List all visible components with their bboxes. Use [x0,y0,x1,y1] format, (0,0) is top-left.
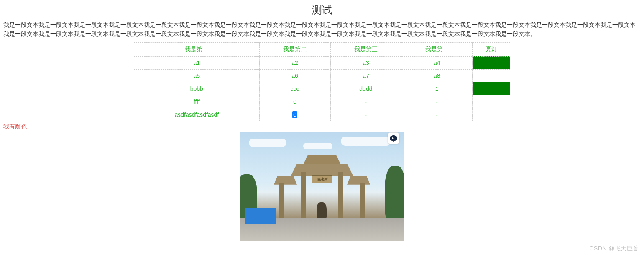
light-cell [473,82,510,95]
table-row: asdfasdfasdfasdf0-- [134,108,510,121]
table-row: bbbbcccdddd1 [134,82,510,95]
th-2: 我是第二 [259,42,330,56]
light-cell [473,69,510,82]
table-cell: bbbb [134,82,260,95]
statue [317,202,327,218]
table-row: a1a2a3a4 [134,56,510,69]
th-5: 亮灯 [473,42,510,56]
cloud [341,137,391,146]
photo-archway: 伯建新 [240,132,404,241]
roof [303,155,341,165]
table-cell: a2 [259,56,330,69]
table-cell: 1 [401,82,473,95]
colored-text: 我有颜色 [0,121,644,132]
roof [274,176,297,185]
pillar [279,183,284,218]
table-cell: a7 [330,69,401,82]
table-cell: a4 [401,56,473,69]
pillar [360,183,365,218]
cloud [303,143,332,149]
table-cell: a6 [259,69,330,82]
hexagon-play-icon [390,135,397,142]
blue-board [245,208,276,224]
image-container: 伯建新 [0,132,644,241]
light-cell [473,95,510,108]
table-body: a1a2a3a4a5a6a7a8bbbbcccdddd1ffff0--asdfa… [134,56,510,121]
table-cell: ccc [259,82,330,95]
page-title: 测试 [0,0,644,18]
table-row: a5a6a7a8 [134,69,510,82]
table-cell: 0 [259,108,330,121]
table-row: ffff0-- [134,95,510,108]
table-cell: a3 [330,56,401,69]
table-cell: ffff [134,95,260,108]
roof [291,164,353,176]
table-cell: 0 [259,95,330,108]
light-cell [473,108,510,121]
pillar [338,172,343,218]
cloud [249,139,286,147]
table-cell: asdfasdfasdfasdf [134,108,260,121]
tree [385,166,404,220]
table-cell: - [401,95,473,108]
table-container: 我是第一 我是第二 我是第三 我是第一 亮灯 a1a2a3a4a5a6a7a8b… [0,42,644,121]
table-cell: - [330,95,401,108]
intro-paragraph: 我是一段文本我是一段文本我是一段文本我是一段文本我是一段文本我是一段文本我是一段… [0,18,644,42]
th-3: 我是第三 [330,42,401,56]
table-cell: - [401,108,473,121]
light-cell [473,56,510,69]
table-cell: dddd [330,82,401,95]
th-4: 我是第一 [401,42,473,56]
data-table: 我是第一 我是第二 我是第三 我是第一 亮灯 a1a2a3a4a5a6a7a8b… [134,42,510,121]
table-cell: a5 [134,69,260,82]
table-cell: - [330,108,401,121]
table-cell: a8 [401,69,473,82]
roof [347,176,370,185]
th-1: 我是第一 [134,42,260,56]
play-badge-icon[interactable] [388,132,399,144]
plaque-text: 伯建新 [312,175,332,183]
table-header-row: 我是第一 我是第二 我是第三 我是第一 亮灯 [134,42,510,56]
table-cell: a1 [134,56,260,69]
pillar [301,172,306,218]
watermark-text: CSDN @飞天巨兽 [589,245,639,252]
